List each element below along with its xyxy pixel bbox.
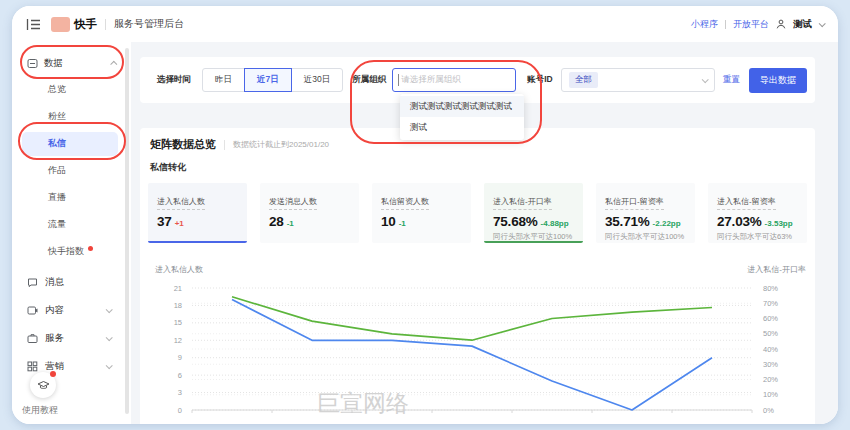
sidebar-item-label: 私信 <box>48 137 66 150</box>
app-window: 快手 服务号管理后台 小程序 开放平台 测试 <box>12 6 838 424</box>
link-miniprogram[interactable]: 小程序 <box>691 18 718 31</box>
sidebar-item-content[interactable]: 内容 <box>12 296 125 324</box>
kpi-delta: -2.22pp <box>653 219 681 228</box>
kpi-delta: +1 <box>175 219 184 228</box>
sidebar-data-children: 总览 粉丝 私信 作品 直播 流量 快手指数 <box>12 76 125 265</box>
svg-text:40%: 40% <box>763 345 778 354</box>
sidebar-item-label: 服务 <box>45 332 64 345</box>
header-link-divider <box>725 20 726 29</box>
tutorial-link[interactable]: 使用教程 <box>22 404 58 417</box>
sidebar-item-label: 粉丝 <box>48 110 66 123</box>
kpi-label: 私信留资人数 <box>381 196 429 210</box>
kpi-value: 27.03% <box>717 214 762 229</box>
time-option-last7days[interactable]: 近7日 <box>244 68 292 92</box>
chevron-down-icon <box>106 306 113 313</box>
kpi-card-enter-pm-count[interactable]: 进入私信人数 37+1 <box>148 183 247 243</box>
sidebar-item-marketing[interactable]: 营销 <box>12 352 125 380</box>
svg-text:21: 21 <box>174 284 182 293</box>
graduation-cap-icon <box>37 379 50 392</box>
kpi-cards-row: 进入私信人数 37+1 发送消息人数 28-1 私信留资人数 10-1 进入私信… <box>148 183 807 243</box>
briefcase-icon <box>27 333 38 344</box>
svg-text:巨宣网络: 巨宣网络 <box>317 390 409 416</box>
svg-text:9: 9 <box>178 353 182 362</box>
app-title: 服务号管理后台 <box>114 17 184 31</box>
sidebar-item-fans[interactable]: 粉丝 <box>12 103 125 130</box>
svg-text:进入私信人数: 进入私信人数 <box>155 265 203 274</box>
panel-title: 矩阵数据总览 <box>150 137 216 152</box>
tutorial-fab-button[interactable] <box>30 372 56 398</box>
collapse-sidebar-icon[interactable] <box>26 18 42 31</box>
section-title: 私信转化 <box>150 161 186 174</box>
kpi-value: 28 <box>269 214 284 229</box>
sidebar-item-label: 总览 <box>48 83 66 96</box>
message-icon <box>27 277 38 288</box>
kpi-label: 进入私信人数 <box>157 196 205 210</box>
kpi-delta: -1 <box>287 219 294 228</box>
kpi-card-message-senders[interactable]: 发送消息人数 28-1 <box>260 183 359 243</box>
sidebar-item-services[interactable]: 服务 <box>12 324 125 352</box>
org-option-1[interactable]: 测试测试测试测试测试测试 <box>400 96 524 117</box>
sidebar-item-works[interactable]: 作品 <box>12 157 125 184</box>
account-select[interactable]: 全部 <box>561 68 715 92</box>
kpi-delta: -3.53pp <box>765 219 793 228</box>
user-menu[interactable]: 测试 <box>793 18 812 31</box>
kpi-benchmark: 同行头部水平可达100% <box>493 232 574 242</box>
kpi-label: 进入私信-开口率 <box>493 196 552 210</box>
time-option-last30days[interactable]: 近30日 <box>291 68 343 92</box>
kpi-card-open-to-lead-rate[interactable]: 私信开口-留资率 35.71%-2.22pp 同行头部水平可达100% <box>596 183 695 243</box>
kpi-benchmark: 同行头部水平可达100% <box>605 232 686 242</box>
kpi-card-enter-to-lead-rate[interactable]: 进入私信-留资率 27.03%-3.53pp 同行头部水平可达63% <box>708 183 807 243</box>
active-pill: 私信 <box>22 132 118 156</box>
svg-text:50%: 50% <box>763 329 778 338</box>
chevron-down-icon <box>701 76 708 83</box>
kpi-label: 私信开口-留资率 <box>605 196 664 210</box>
kpi-card-lead-count[interactable]: 私信留资人数 10-1 <box>372 183 471 243</box>
sidebar-item-label: 直播 <box>48 191 66 204</box>
notification-dot <box>88 246 93 251</box>
org-placeholder: 请选择所属组织 <box>401 74 461 86</box>
user-icon <box>776 19 786 29</box>
chart-svg: 21181512963080%70%60%50%40%30%20%10%0%进入… <box>142 258 810 420</box>
org-option-2[interactable]: 测试 <box>400 117 524 138</box>
header-divider <box>105 19 106 30</box>
sidebar-item-label: 消息 <box>45 276 64 289</box>
sidebar: 数据 总览 粉丝 私信 作品 直播 流量 快手指数 <box>12 42 131 424</box>
chevron-down-icon[interactable] <box>819 20 826 27</box>
content-icon <box>27 305 38 316</box>
org-select-input[interactable]: 请选择所属组织 <box>392 68 516 92</box>
title-divider <box>224 140 225 150</box>
svg-text:60%: 60% <box>763 314 778 323</box>
screenshot-canvas: 快手 服务号管理后台 小程序 开放平台 测试 <box>0 0 850 430</box>
svg-text:12: 12 <box>174 336 182 345</box>
chevron-down-icon <box>106 362 113 369</box>
time-range-segmented-control: 昨日 近7日 近30日 <box>202 68 343 92</box>
sidebar-item-label: 快手指数 <box>48 245 84 258</box>
kpi-value: 10 <box>381 214 396 229</box>
export-data-button[interactable]: 导出数据 <box>749 68 807 93</box>
svg-text:30%: 30% <box>763 360 778 369</box>
sidebar-item-overview[interactable]: 总览 <box>12 76 125 103</box>
top-header: 快手 服务号管理后台 小程序 开放平台 测试 <box>12 6 838 42</box>
chevron-up-icon <box>110 60 117 67</box>
sidebar-item-label: 流量 <box>48 218 66 231</box>
link-open-platform[interactable]: 开放平台 <box>733 18 769 31</box>
sidebar-item-data[interactable]: 数据 <box>27 52 119 74</box>
account-filter-label: 账号ID <box>527 74 553 86</box>
sidebar-item-live[interactable]: 直播 <box>12 184 125 211</box>
sidebar-item-traffic[interactable]: 流量 <box>12 211 125 238</box>
time-option-yesterday[interactable]: 昨日 <box>202 68 245 92</box>
kpi-label: 进入私信-留资率 <box>717 196 776 210</box>
sidebar-item-private-message[interactable]: 私信 <box>12 130 125 157</box>
svg-text:进入私信-开口率: 进入私信-开口率 <box>747 265 806 274</box>
sidebar-item-kuaishou-index[interactable]: 快手指数 <box>12 238 125 265</box>
kpi-value: 75.68% <box>493 214 538 229</box>
svg-text:15: 15 <box>174 318 182 327</box>
trend-chart: 21181512963080%70%60%50%40%30%20%10%0%进入… <box>142 258 812 424</box>
reset-button[interactable]: 重置 <box>723 74 740 86</box>
app-logo <box>51 17 70 32</box>
kpi-card-open-rate[interactable]: 进入私信-开口率 75.68%-4.88pp 同行头部水平可达100% <box>484 183 583 243</box>
sidebar-item-messages[interactable]: 消息 <box>12 268 125 296</box>
sidebar-scrollbar[interactable] <box>125 48 129 414</box>
brand-name: 快手 <box>74 17 97 32</box>
kpi-label: 发送消息人数 <box>269 196 317 210</box>
